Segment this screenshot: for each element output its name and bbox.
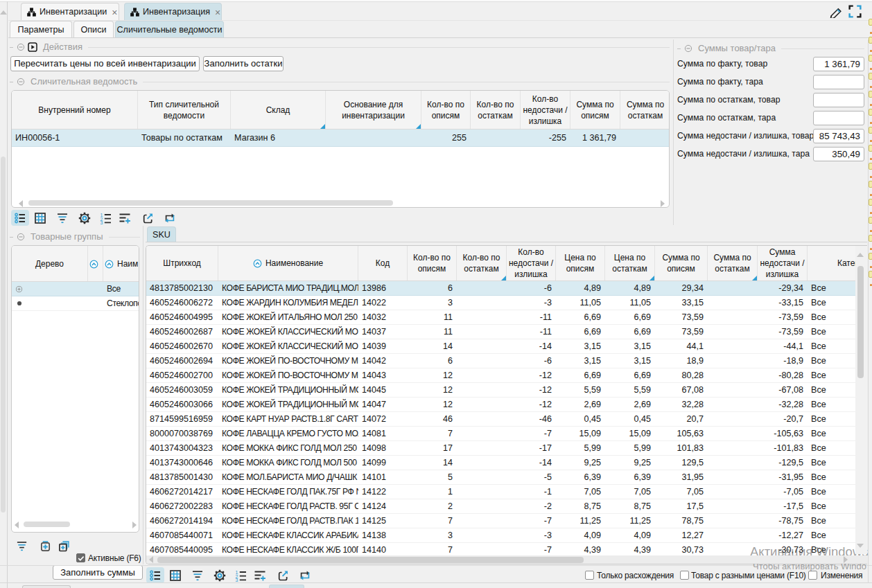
- column-header[interactable]: Цена по остаткам: [605, 246, 655, 280]
- add-to-list-icon[interactable]: [118, 211, 132, 225]
- collapse-icon[interactable]: [17, 43, 25, 51]
- table-row[interactable]: 4606272014194КОФЕ НЕСКАФЕ ГОЛД РАСТВ.ПАК…: [146, 514, 867, 528]
- column-header[interactable]: Кол-во по остаткам: [471, 91, 521, 129]
- sku-vscrollbar[interactable]: [855, 246, 867, 554]
- column-header[interactable]: Склад: [231, 91, 326, 129]
- sku-hscrollbar[interactable]: [146, 555, 867, 564]
- scroll-left-icon[interactable]: [149, 556, 153, 563]
- close-tab-icon[interactable]: ×: [112, 8, 117, 17]
- footer-checkbox-1[interactable]: [585, 571, 594, 580]
- list-view-icon[interactable]: [146, 567, 164, 583]
- recalc-prices-button[interactable]: Пересчитать цены по всей инвентаризации: [10, 56, 200, 71]
- column-header[interactable]: Кол-во по описям: [408, 246, 457, 280]
- add-multi-icon[interactable]: [57, 539, 71, 553]
- expand-circle-icon[interactable]: [15, 285, 23, 293]
- scroll-right-icon[interactable]: [132, 522, 137, 528]
- table-row[interactable]: 4605246002700КОФЕ ЖОКЕЙ ПО-ВОСТОЧНОМУ М1…: [146, 368, 867, 383]
- column-header[interactable]: Цена по описям: [556, 246, 605, 280]
- fullscreen-icon[interactable]: [848, 5, 862, 18]
- table-row[interactable]: 4606272002283КОФЕ НЕСКАФЕ ГОЛД РАСТВ. 95…: [146, 499, 867, 514]
- column-header[interactable]: Кол-во недостачи / излишка: [521, 91, 570, 129]
- column-header[interactable]: Сумма недостачи / излишка: [758, 246, 808, 280]
- edit-icon[interactable]: [829, 5, 842, 18]
- collapse-icon[interactable]: [17, 233, 25, 241]
- tree-hscrollbar[interactable]: [12, 521, 139, 529]
- table-row[interactable]: 8714599516959КОФЕ КАРТ НУАР РАСТВ.1.8Г C…: [146, 412, 867, 427]
- close-tab-icon[interactable]: ×: [215, 8, 220, 17]
- column-header[interactable]: Сумма по описям: [655, 246, 708, 280]
- table-row[interactable]: 4605246003059КОФЕ ЖОКЕЙ ТРАДИЦИОННЫЙ МО1…: [146, 383, 867, 398]
- column-header[interactable]: Сумма по описям: [570, 91, 620, 129]
- filter-icon[interactable]: [191, 569, 204, 582]
- scroll-left-icon[interactable]: [19, 200, 23, 207]
- sku-hscrollbar-thumb[interactable]: [157, 557, 584, 563]
- scroll-up-icon[interactable]: [857, 253, 864, 257]
- table-row[interactable]: ИН00056-1Товары по остаткамМагазин 6255-…: [12, 130, 669, 147]
- settings-icon[interactable]: [78, 211, 91, 225]
- column-header[interactable]: Тип сличительной ведомости: [138, 91, 231, 129]
- table-row[interactable]: 4605246004995КОФЕ ЖОКЕЙ ИТАЛЬЯНО МОЛ 250…: [146, 310, 867, 325]
- footer-checkbox-2[interactable]: [680, 571, 689, 580]
- table-row[interactable]: 4813785002130КОФЕ БАРИСТА МИО ТРАДИЦ.МОЛ…: [146, 281, 867, 296]
- window-tab-1[interactable]: Инвентаризации×: [21, 3, 119, 21]
- table-row[interactable]: 4013743004323КОФЕ МОККА ФИКС ГОЛД МОЛ 25…: [146, 441, 867, 456]
- settings-icon[interactable]: [213, 569, 227, 582]
- column-header[interactable]: Основание для инвентаризации: [326, 91, 421, 129]
- tab-3[interactable]: Сличительные ведомости: [115, 21, 224, 38]
- table-row[interactable]: 4813785001430КОФЕ МОЛ.БАРИСТА МИО Д/ЧАШК…: [146, 470, 867, 485]
- list-view-icon[interactable]: [11, 210, 29, 226]
- column-header[interactable]: Дерево: [12, 246, 88, 281]
- table-row[interactable]: 4607085440071КОФЕ НЕСКАФЕ КЛАССИК АРАБИК…: [146, 528, 867, 543]
- scroll-up-icon[interactable]: [0, 10, 7, 15]
- table-row[interactable]: 4605246003066КОФЕ ЖОКЕЙ ТРАДИЦИОННЫЙ МО1…: [146, 398, 867, 412]
- column-header[interactable]: Штрихкод: [146, 246, 218, 280]
- sum-field-input[interactable]: [813, 111, 864, 125]
- column-header[interactable]: Кол-во по описям: [421, 91, 471, 129]
- fill-balances-button[interactable]: Заполнить остатки: [203, 56, 284, 71]
- column-header[interactable]: Код: [358, 246, 408, 280]
- table-row[interactable]: 8000070038769КОФЕ ЛАВАЦЦА КРЕМО ГУСТО МО…: [146, 427, 867, 441]
- tab-2[interactable]: Описи: [73, 21, 114, 38]
- open-external-icon[interactable]: [141, 211, 155, 225]
- scroll-down-icon[interactable]: [857, 544, 864, 548]
- tab-1[interactable]: Параметры: [10, 21, 72, 38]
- column-header[interactable]: Сумма по остаткам: [620, 91, 670, 129]
- table-row[interactable]: Все: [12, 282, 139, 296]
- sku-vscrollbar-thumb[interactable]: [857, 266, 864, 378]
- add-to-list-icon[interactable]: [253, 569, 267, 582]
- column-header[interactable]: Наименование: [218, 246, 358, 280]
- tab-sku[interactable]: SKU: [147, 226, 176, 242]
- table-row[interactable]: 4013743000646КОФЕ МОККА ФИКС ГОЛД МОЛ 50…: [146, 456, 867, 470]
- repost-icon[interactable]: [163, 211, 177, 225]
- repost-icon[interactable]: [298, 569, 312, 582]
- grid-view-icon[interactable]: [33, 211, 47, 225]
- statement-hscrollbar-thumb[interactable]: [28, 200, 393, 206]
- sum-field-input[interactable]: 350,49: [813, 147, 864, 161]
- column-header[interactable]: Кол-во недостачи / излишка: [507, 246, 556, 280]
- column-header[interactable]: Внутренний номер: [12, 91, 138, 129]
- table-row[interactable]: 4605246002694КОФЕ ЖОКЕЙ ПО-ВОСТОЧНОМУ М1…: [146, 354, 867, 368]
- run-action-icon[interactable]: [28, 42, 37, 52]
- left-scrollbar-thumb[interactable]: [1, 157, 6, 513]
- table-row[interactable]: 4605246002687КОФЕ ЖОКЕЙ КЛАССИЧЕСКИЙ МО.…: [146, 325, 867, 339]
- column-header[interactable]: Сумма по остаткам: [708, 246, 758, 280]
- statement-hscrollbar[interactable]: [12, 199, 669, 208]
- sum-field-input[interactable]: [813, 75, 864, 89]
- add-box-icon[interactable]: [38, 539, 52, 553]
- open-external-icon[interactable]: [276, 569, 290, 582]
- scroll-right-icon[interactable]: [844, 556, 848, 563]
- numbered-list-icon[interactable]: 123: [99, 211, 113, 225]
- table-row[interactable]: 4605246002670КОФЕ ЖОКЕЙ КЛАССИЧЕСКИЙ МО.…: [146, 339, 867, 354]
- sum-field-input[interactable]: [813, 93, 864, 107]
- table-row[interactable]: 4606272014217КОФЕ НЕСКАФЕ ГОЛД ПАК.75Г Р…: [146, 485, 867, 499]
- grid-view-icon[interactable]: [168, 569, 182, 582]
- sum-field-input[interactable]: 85 743,43: [813, 129, 864, 143]
- scroll-left-icon[interactable]: [15, 522, 19, 528]
- column-header[interactable]: Наим: [103, 246, 139, 281]
- footer-checkbox-3[interactable]: [808, 571, 817, 580]
- column-header[interactable]: [88, 246, 103, 281]
- tree-hscrollbar-thumb[interactable]: [24, 522, 70, 527]
- sum-field-input[interactable]: 1 361,79: [813, 57, 864, 71]
- window-tab-2[interactable]: Инвентаризация×: [124, 3, 222, 21]
- filter-icon[interactable]: [15, 539, 28, 553]
